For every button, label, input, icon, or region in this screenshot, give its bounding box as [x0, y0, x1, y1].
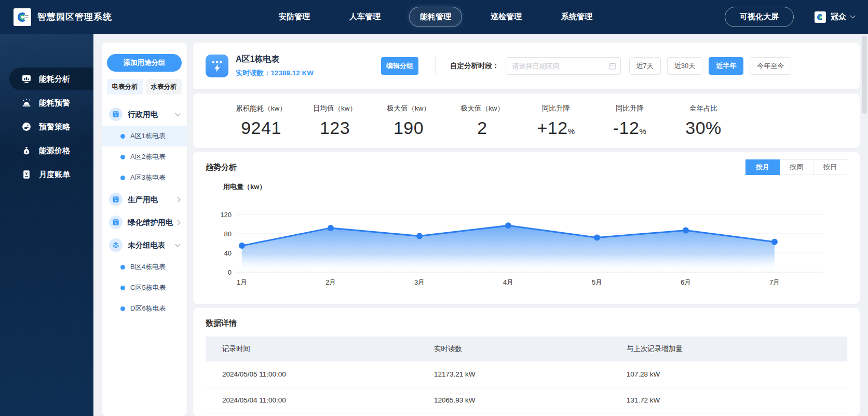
- svg-text:¥: ¥: [25, 171, 28, 176]
- tree-item-A区3栋电表[interactable]: A区3栋电表: [102, 167, 187, 188]
- top-nav-items: 安防管理人车管理能耗管理巡检管理系统管理: [268, 7, 603, 27]
- sidebar-item-能源价格[interactable]: ¥能源价格: [0, 139, 93, 162]
- sidebar: 能耗分析能耗预警预警策略¥能源价格¥月度账单: [0, 34, 93, 416]
- table-row[interactable]: 2024/05/05 11:00:0012173.21 kW107.28 kW: [206, 361, 847, 387]
- scrollbar-thumb[interactable]: [862, 36, 867, 114]
- page-scrollbar[interactable]: [860, 34, 868, 416]
- quick-range-buttons: 近7天近30天近半年今年至今: [629, 57, 792, 75]
- stat-value: 9241: [224, 118, 298, 138]
- stat-label: 累积能耗（kw）: [224, 104, 298, 113]
- reading-value: 12389.12 KW: [271, 69, 314, 77]
- date-range-input[interactable]: [506, 57, 621, 75]
- svg-text:5月: 5月: [592, 278, 602, 286]
- stat-label: 极大值（kw）: [445, 104, 519, 113]
- sidebar-item-label: 能耗分析: [39, 74, 70, 84]
- stat-2: 极大值（kw）190: [372, 104, 445, 138]
- range-button-近半年[interactable]: 近半年: [709, 57, 743, 75]
- toggle-按周[interactable]: 按周: [779, 159, 813, 175]
- stat-label: 全年占比: [667, 104, 740, 113]
- tree-item-C区5栋电表[interactable]: C区5栋电表: [102, 277, 187, 298]
- stat-value: 2: [445, 118, 519, 138]
- meter-icon: [109, 216, 123, 229]
- nav-item-巡检管理[interactable]: 巡检管理: [480, 7, 533, 27]
- sidebar-item-label: 能源价格: [39, 146, 70, 156]
- range-button-今年至今[interactable]: 今年至今: [750, 57, 791, 75]
- bullet-dot-icon: [120, 265, 125, 270]
- chevron-down-icon: [175, 111, 181, 116]
- meter-icon: [109, 108, 123, 121]
- visualization-screen-button[interactable]: 可视化大屏: [725, 7, 794, 27]
- stat-value: +12%: [519, 118, 593, 138]
- svg-text:6月: 6月: [681, 278, 691, 286]
- tree-group-绿化维护用电[interactable]: 绿化维护用电: [102, 211, 187, 234]
- range-button-近30天[interactable]: 近30天: [667, 57, 702, 75]
- toggle-按月[interactable]: 按月: [745, 159, 780, 175]
- sidebar-item-label: 月度账单: [39, 170, 70, 180]
- sidebar-item-label: 能耗预警: [39, 98, 70, 108]
- tree-item-B区4栋电表[interactable]: B区4栋电表: [102, 257, 187, 277]
- stat-0: 累积能耗（kw）9241: [224, 104, 298, 138]
- chevron-down-icon: [175, 241, 181, 247]
- tree-group-生产用电[interactable]: 生产用电: [102, 188, 187, 211]
- table-cell: 2024/05/04 11:00:00: [206, 396, 417, 404]
- svg-text:40: 40: [224, 249, 232, 257]
- tab-水表分析[interactable]: 水表分析: [146, 79, 182, 95]
- nav-item-能耗管理[interactable]: 能耗管理: [409, 7, 462, 27]
- bill-icon: ¥: [21, 169, 32, 180]
- table-header-cell: 与上次记录增加量: [610, 344, 847, 354]
- user-menu[interactable]: 冠众: [815, 11, 855, 23]
- trend-card: 趋势分析 按月按周按日 用电量（kw） 040801201月2月3月4月5月6月…: [193, 152, 860, 304]
- table-header-row: 记录时间实时读数与上次记录增加量: [206, 337, 847, 361]
- table-row[interactable]: 2024/05/04 11:00:0012065.93 kW131.72 kW: [206, 387, 847, 413]
- meter-header-card: A区1栋电表 实时读数：12389.12 KW 编辑分组 自定分析时段：: [193, 43, 860, 89]
- table-title: 数据详情: [206, 318, 847, 328]
- stat-label: 同比升降: [593, 104, 667, 113]
- user-avatar: [815, 11, 826, 23]
- stat-3: 极大值（kw）2: [445, 104, 519, 138]
- sidebar-item-月度账单[interactable]: ¥月度账单: [0, 163, 93, 186]
- stat-4: 同比升降+12%: [519, 104, 593, 138]
- calendar-icon: [609, 62, 616, 70]
- reading-label: 实时读数：: [236, 69, 271, 77]
- content-area: 添加用途分组 电表分析水表分析 行政用电A区1栋电表A区2栋电表A区3栋电表生产…: [93, 34, 868, 416]
- svg-text:80: 80: [224, 230, 232, 238]
- tree-group-行政用电[interactable]: 行政用电: [102, 103, 187, 126]
- sidebar-item-预警策略[interactable]: 预警策略: [0, 115, 93, 138]
- realtime-reading: 实时读数：12389.12 KW: [236, 69, 333, 78]
- table-cell: 107.28 kW: [610, 370, 847, 378]
- svg-text:7月: 7月: [769, 278, 780, 286]
- trend-header: 趋势分析 按月按周按日: [206, 159, 847, 175]
- page-body: 能耗分析能耗预警预警策略¥能源价格¥月度账单 添加用途分组 电表分析水表分析 行…: [0, 34, 868, 416]
- bullet-dot-icon: [120, 176, 125, 180]
- vertical-divider: [435, 57, 436, 75]
- sidebar-item-能耗预警[interactable]: 能耗预警: [0, 91, 93, 114]
- tree-item-A区1栋电表[interactable]: A区1栋电表: [102, 126, 187, 146]
- nav-item-系统管理[interactable]: 系统管理: [550, 7, 603, 27]
- period-label: 自定分析时段：: [450, 61, 499, 71]
- chart-icon: [21, 73, 32, 85]
- stat-label: 极大值（kw）: [372, 104, 445, 113]
- toggle-按日[interactable]: 按日: [813, 159, 847, 175]
- svg-text:3月: 3月: [414, 278, 425, 286]
- add-group-button[interactable]: 添加用途分组: [107, 54, 182, 72]
- tree-group-未分组电表[interactable]: 未分组电表: [102, 234, 187, 257]
- range-button-近7天[interactable]: 近7天: [629, 57, 661, 75]
- meter-panel: 添加用途分组 电表分析水表分析 行政用电A区1栋电表A区2栋电表A区3栋电表生产…: [102, 43, 187, 416]
- price-icon: ¥: [21, 145, 32, 156]
- data-detail-card: 数据详情 记录时间实时读数与上次记录增加量 2024/05/05 11:00:0…: [193, 308, 860, 416]
- tree-item-D区6栋电表[interactable]: D区6栋电表: [102, 298, 187, 319]
- table-body: 2024/05/05 11:00:0012173.21 kW107.28 kW2…: [206, 361, 847, 413]
- edit-group-button[interactable]: 编辑分组: [381, 57, 418, 75]
- stat-label: 同比升降: [519, 104, 593, 113]
- layers-icon: [109, 238, 123, 252]
- nav-item-安防管理[interactable]: 安防管理: [268, 7, 321, 27]
- alarm-icon: [21, 97, 32, 109]
- tab-电表分析[interactable]: 电表分析: [107, 79, 143, 95]
- tree-item-A区2栋电表[interactable]: A区2栋电表: [102, 146, 187, 167]
- nav-item-人车管理[interactable]: 人车管理: [338, 7, 391, 27]
- bullet-dot-icon: [120, 134, 125, 139]
- tree-item-label: B区4栋电表: [130, 262, 166, 272]
- meter-water-tabs: 电表分析水表分析: [107, 79, 182, 95]
- sidebar-item-能耗分析[interactable]: 能耗分析: [9, 68, 93, 90]
- y-axis-unit-label: 用电量（kw）: [223, 182, 847, 192]
